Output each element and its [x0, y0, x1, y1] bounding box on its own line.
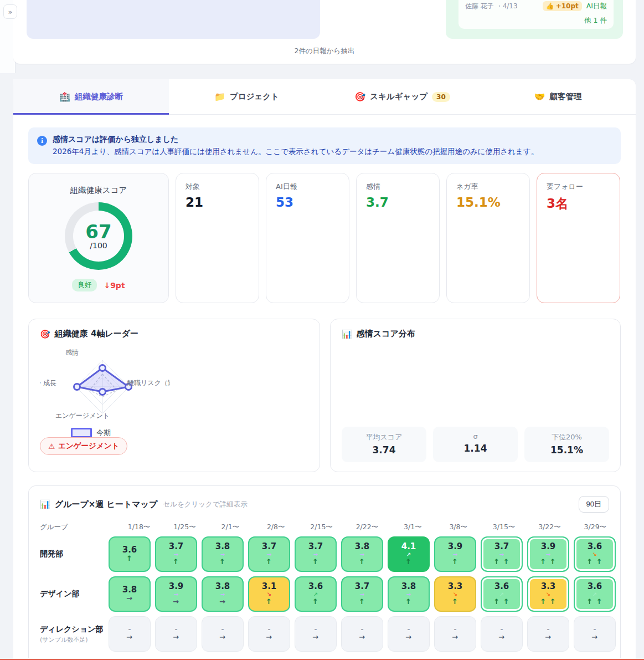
heatmap-cell[interactable]: -→ — [202, 616, 244, 652]
cell-value: 3.7 — [355, 582, 370, 591]
arrow-down-icon: ↓ — [104, 281, 110, 290]
range-selector-button[interactable]: 90日 — [579, 496, 609, 513]
extract-note: 2件の日報から抽出 — [13, 47, 636, 56]
momentum-arrow-icon: → — [498, 633, 505, 642]
heatmap-cell[interactable]: 3.7→↑ — [155, 536, 197, 572]
tab-label: 顧客管理 — [549, 91, 581, 102]
cell-value: - — [361, 626, 364, 634]
tab-skill-gap[interactable]: 🎯 スキルギャップ 30 — [324, 79, 480, 114]
momentum-arrow-icon: ↑ — [359, 558, 365, 566]
kpi-row: 組織健康スコア 67 /100 良好 ↓9pt 対象 21 AI日報 53 — [28, 173, 621, 303]
distribution-title: 感情スコア分布 — [357, 329, 415, 339]
heatmap-cell[interactable]: -→ — [574, 616, 616, 652]
cell-value: 3.8 — [401, 582, 416, 591]
momentum-arrow-icon: → — [173, 633, 179, 642]
heatmap-row: ディレクション部(サンプル数不足)-→-→-→-→-→-→-→-→-→-→-→ — [40, 616, 620, 652]
report-item[interactable]: 佐藤 花子 ・4/13 👍+10pt AI日報 他 1 件 — [458, 0, 614, 29]
kpi-value: 21 — [186, 195, 249, 209]
heatmap-cell[interactable]: -→ — [481, 616, 523, 652]
momentum-arrow-icon: ↑ — [126, 555, 133, 563]
heatmap-cell[interactable]: 3.6↗↑ ↑ — [574, 576, 616, 612]
heatmap-card: 📊グループ×週 ヒートマップ セルをクリックで詳細表示 90日 グループ 1/1… — [28, 485, 621, 658]
gauge-title: 組織健康スコア — [70, 185, 127, 196]
cell-value: 3.8 — [122, 585, 137, 595]
org-health-score-card: 組織健康スコア 67 /100 良好 ↓9pt — [28, 173, 169, 303]
cell-value: 3.7 — [308, 542, 323, 551]
more-reports-link[interactable]: 他 1 件 — [465, 16, 607, 25]
warning-icon: ⚠ — [48, 442, 55, 451]
momentum-arrow-icon: → — [312, 633, 319, 642]
heatmap-cell[interactable]: 3.6↗↑ ↑ — [481, 576, 523, 612]
heatmap-cell[interactable]: 3.7→↑ — [341, 576, 383, 612]
banner-title: 感情スコアは評価から独立しました — [53, 135, 538, 145]
info-icon: i — [37, 136, 47, 146]
heatmap-cell[interactable]: 3.7→↑ — [248, 536, 290, 572]
heatmap-cell[interactable]: 3.8→↑ — [341, 536, 383, 572]
cell-value: - — [128, 626, 131, 634]
heatmap-cell[interactable]: -→ — [155, 616, 197, 652]
cell-value: - — [594, 626, 596, 634]
heatmap-cell[interactable]: 3.9→↑ ↑ — [527, 536, 569, 572]
week-column-header: 3/15〜 — [483, 523, 524, 532]
cell-value: 3.6 — [588, 582, 602, 591]
heatmap-cell[interactable]: 3.8→→ — [202, 576, 244, 612]
momentum-arrow-icon: → — [405, 633, 412, 642]
stat-average: 平均スコア 3.74 — [342, 427, 426, 462]
momentum-arrow-icon: → — [266, 633, 272, 642]
heatmap-cell[interactable]: 3.1↘↑ — [248, 576, 290, 612]
heatmap-cell[interactable]: 3.9→↑ — [434, 536, 476, 572]
momentum-arrow-icon: ↑ ↑ — [586, 558, 602, 566]
cell-value: 3.6 — [308, 582, 323, 591]
status-badge: 良好 — [72, 279, 97, 291]
heatmap-cell[interactable]: 3.3↘↑ ↑ — [527, 576, 569, 612]
momentum-arrow-icon: → — [452, 633, 458, 642]
radar-axis-emotion: 感情 — [65, 348, 79, 357]
week-column-header: 1/25〜 — [164, 523, 205, 532]
cell-value: 3.8 — [215, 542, 230, 551]
kpi-label: 感情 — [366, 182, 430, 192]
heatmap-cell[interactable]: 3.7→↑ ↑ — [481, 536, 523, 572]
heatmap-cell[interactable]: -→ — [248, 616, 290, 652]
momentum-arrow-icon: → — [545, 633, 552, 642]
heatmap-cell[interactable]: 3.8→↑ — [388, 576, 430, 612]
kpi-value: 3.7 — [366, 195, 430, 209]
bar-chart-icon: 📊 — [342, 329, 352, 339]
heatmap-cell[interactable]: 3.6↑ — [109, 536, 151, 572]
heatmap-cell[interactable]: 4.1↗↑ — [388, 536, 430, 572]
radar-axis-engagement: エンゲージメント — [55, 411, 110, 421]
daily-report-summary-card: 佐藤 花子 ・4/13 👍+10pt AI日報 他 1 件 2件の日報から抽出 — [13, 0, 636, 64]
heatmap-cell[interactable]: -→ — [295, 616, 337, 652]
sidebar-expand-button[interactable]: » — [3, 4, 17, 19]
group-name: デザイン部 — [40, 589, 109, 599]
heatmap-cell[interactable]: 3.9→→ — [155, 576, 197, 612]
score-delta: ↓9pt — [104, 281, 125, 290]
cell-value: 3.6 — [588, 542, 602, 551]
heatmap-cell[interactable]: 3.6↘↑ ↑ — [574, 536, 616, 572]
week-column-header: 2/15〜 — [301, 523, 342, 532]
radar-panel: 🎯組織健康 4軸レーダー — [28, 319, 320, 472]
heatmap-cell[interactable]: 3.3↘↑ — [434, 576, 476, 612]
momentum-arrow-icon: → — [126, 595, 133, 603]
tab-customers[interactable]: 🤝 顧客管理 — [480, 79, 636, 114]
tab-projects[interactable]: 📁 プロジェクト — [169, 79, 324, 114]
heatmap-cell[interactable]: -→ — [434, 616, 476, 652]
heatmap-cell[interactable]: -→ — [388, 616, 430, 652]
heatmap-cell[interactable]: 3.6↗↑ — [295, 576, 337, 612]
cell-value: 3.7 — [262, 542, 277, 551]
heatmap-cell[interactable]: -→ — [109, 616, 151, 652]
heatmap-cell[interactable]: -→ — [527, 616, 569, 652]
heatmap-cell[interactable]: 3.8→↑ — [202, 536, 244, 572]
tab-org-health[interactable]: 🏥 組織健康診断 — [13, 79, 169, 114]
momentum-arrow-icon: ↑ — [359, 598, 365, 606]
momentum-arrow-icon: ↑ — [312, 558, 319, 566]
momentum-arrow-icon: → — [219, 598, 226, 606]
momentum-arrow-icon: ↑ — [173, 558, 179, 566]
momentum-arrow-icon: → — [126, 633, 133, 642]
heatmap-cell[interactable]: 3.8→ — [109, 576, 151, 612]
group-label: 開発部 — [40, 549, 109, 559]
cell-value: 3.1 — [262, 582, 277, 591]
heatmap-cell[interactable]: 3.7→↑ — [295, 536, 337, 572]
heatmap-cell[interactable]: -→ — [341, 616, 383, 652]
group-column-header: グループ — [40, 523, 119, 532]
tab-bar: 🏥 組織健康診断 📁 プロジェクト 🎯 スキルギャップ 30 🤝 顧客管理 — [13, 79, 636, 115]
